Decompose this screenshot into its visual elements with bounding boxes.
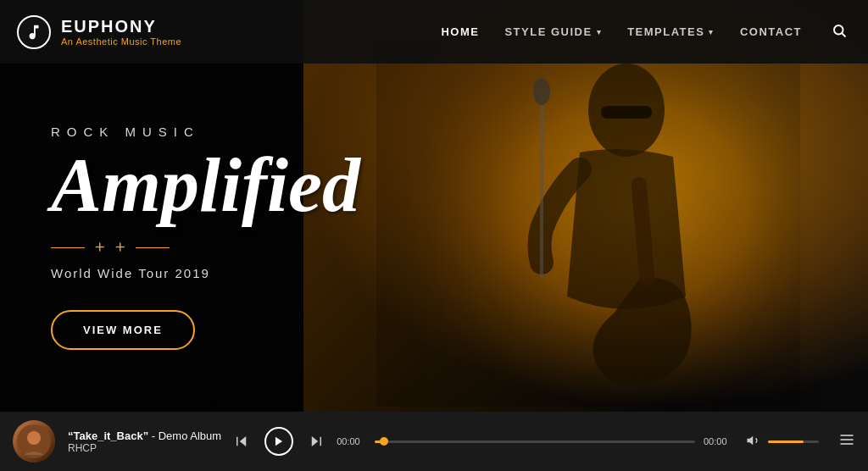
chevron-down-icon: ▾ — [709, 28, 715, 36]
play-button[interactable] — [264, 427, 293, 456]
track-info: “Take_it_Back” - Demo Album RHCP — [68, 429, 221, 454]
main-nav: HOME STYLE GUIDE ▾ TEMPLATES ▾ CONTACT — [441, 19, 851, 46]
next-button[interactable] — [309, 434, 324, 449]
divider-line-right — [136, 247, 170, 248]
logo-icon — [17, 15, 51, 49]
player-controls — [234, 427, 324, 456]
svg-point-9 — [27, 431, 41, 445]
nav-home[interactable]: HOME — [441, 25, 479, 38]
volume-button[interactable] — [746, 433, 761, 451]
album-art — [13, 420, 55, 463]
search-button[interactable] — [827, 19, 851, 46]
hero-content: ROCK MUSIC Amplified ✕ ✕ World Wide Tour… — [0, 125, 411, 350]
site-subtitle: An Aesthetic Music Theme — [61, 36, 181, 47]
progress-bar[interactable] — [375, 441, 695, 443]
svg-marker-10 — [240, 436, 247, 446]
logo-text: EUPHONY An Aesthetic Music Theme — [61, 17, 181, 47]
prev-button[interactable] — [234, 434, 249, 449]
view-more-button[interactable]: VIEW MORE — [51, 310, 195, 350]
svg-point-0 — [834, 25, 843, 35]
divider-line-left — [51, 247, 85, 248]
time-total: 00:00 — [704, 436, 733, 446]
nav-style-guide[interactable]: STYLE GUIDE ▾ — [504, 25, 602, 38]
site-title: EUPHONY — [61, 17, 181, 36]
hero-tour-text: World Wide Tour 2019 — [51, 266, 360, 280]
header: EUPHONY An Aesthetic Music Theme HOME ST… — [0, 0, 868, 64]
skip-forward-icon — [309, 434, 324, 449]
chevron-down-icon: ▾ — [597, 28, 603, 36]
svg-point-6 — [533, 78, 550, 105]
volume-bar[interactable] — [768, 441, 819, 443]
playlist-button[interactable] — [838, 431, 855, 452]
svg-rect-4 — [601, 106, 652, 119]
music-note-icon — [25, 23, 43, 42]
svg-marker-15 — [748, 435, 754, 445]
track-name: “Take_it_Back” - Demo Album — [68, 429, 221, 442]
volume-icon — [746, 433, 761, 448]
progress-handle[interactable] — [380, 437, 388, 446]
search-icon — [832, 23, 847, 38]
volume-fill — [768, 441, 804, 443]
hero-title: Amplified — [51, 147, 360, 224]
musician-silhouette — [376, 42, 800, 407]
hero-subtitle: ROCK MUSIC — [51, 125, 360, 139]
playlist-icon — [838, 431, 855, 448]
divider-icon-left: ✕ — [92, 239, 108, 256]
play-icon — [273, 435, 285, 447]
album-thumbnail — [17, 424, 51, 458]
svg-marker-12 — [275, 437, 282, 446]
nav-templates[interactable]: TEMPLATES ▾ — [627, 25, 715, 38]
hero-divider: ✕ ✕ — [51, 241, 360, 254]
track-artist: RHCP — [68, 442, 221, 454]
nav-contact[interactable]: CONTACT — [740, 25, 802, 38]
svg-marker-13 — [312, 436, 319, 446]
album-art-inner — [13, 420, 55, 463]
progress-fill — [375, 441, 384, 443]
divider-icon-right: ✕ — [112, 239, 129, 256]
svg-line-1 — [842, 33, 845, 36]
progress-area: 00:00 00:00 — [337, 436, 733, 446]
time-current: 00:00 — [337, 436, 366, 446]
skip-back-icon — [234, 434, 249, 449]
music-player: “Take_it_Back” - Demo Album RHCP 00:00 — [0, 412, 868, 471]
volume-area — [746, 433, 819, 451]
logo-area: EUPHONY An Aesthetic Music Theme — [17, 15, 181, 49]
